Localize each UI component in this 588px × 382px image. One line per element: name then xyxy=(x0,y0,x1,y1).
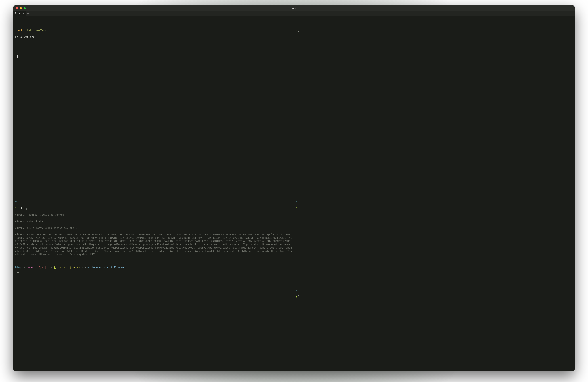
command-arg: blog xyxy=(21,207,27,210)
pane-bottom-right: ~ ❯ ~ ❯ xyxy=(294,193,575,371)
tab-bar: 1: zsh × + xyxy=(13,11,575,16)
command-output: hello WezTerm xyxy=(15,35,292,38)
text-cursor xyxy=(17,272,19,275)
zoom-window-button[interactable] xyxy=(23,7,26,9)
pane-bottom-left[interactable]: ~ ❯ z blog direnv: loading ~/dev/blog/.e… xyxy=(13,193,294,371)
text-cursor xyxy=(17,55,18,58)
text-cursor xyxy=(298,295,299,298)
text-cursor xyxy=(298,207,299,210)
command-name: echo xyxy=(18,29,24,32)
prompt-char: ❯ xyxy=(15,55,17,58)
cwd-tilde: ~ xyxy=(296,200,297,203)
terminal-window: zsh 1: zsh × + ~ ❯ echo 'hello WezTerm' … xyxy=(13,5,575,371)
minimize-window-button[interactable] xyxy=(20,7,22,9)
text-cursor xyxy=(298,29,299,32)
prompt-char: ❯ xyxy=(296,296,297,298)
pane-top-right[interactable]: ~ ❯ xyxy=(294,16,575,193)
window-title: zsh xyxy=(13,7,575,10)
cwd-tilde: ~ xyxy=(15,200,17,203)
direnv-output: direnv: nix-direnv: Using cached dev she… xyxy=(15,226,292,229)
prompt-char: ❯ xyxy=(15,207,17,210)
cwd-tilde: ~ xyxy=(15,49,17,52)
command-name: z xyxy=(18,207,20,210)
prompt-char: ❯ xyxy=(15,29,17,32)
new-tab-button[interactable]: + xyxy=(26,11,30,16)
close-window-button[interactable] xyxy=(16,7,18,9)
prompt-char: ❯ xyxy=(15,273,17,275)
pane-bottom-right-lower[interactable]: ~ ❯ xyxy=(294,282,575,371)
pane-bottom-right-upper[interactable]: ~ ❯ xyxy=(294,193,575,282)
pane-grid: ~ ❯ echo 'hello WezTerm' hello WezTerm ~… xyxy=(13,16,575,371)
python-icon: 🐍 xyxy=(53,266,57,269)
nix-icon: ❄ xyxy=(87,266,89,269)
cwd-tilde: ~ xyxy=(296,289,297,292)
pane-top-left[interactable]: ~ ❯ echo 'hello WezTerm' hello WezTerm ~… xyxy=(13,16,294,193)
traffic-lights xyxy=(13,7,26,9)
cwd-tilde: ~ xyxy=(15,22,17,25)
direnv-output: direnv: using flake . xyxy=(15,220,292,223)
titlebar: zsh xyxy=(13,5,575,11)
direnv-output: direnv: loading ~/dev/blog/.envrc xyxy=(15,213,292,216)
tab-label: 1: zsh xyxy=(15,12,21,15)
git-branch-icon: ⎇ xyxy=(27,266,30,269)
command-arg: 'hello WezTerm' xyxy=(25,29,48,32)
prompt-char: ❯ xyxy=(296,207,297,210)
direnv-output: direnv: export +AR +AS +CC +CONFIG_SHELL… xyxy=(15,233,292,256)
cwd-tilde: ~ xyxy=(296,22,297,25)
status-prompt: blog on ⎇ main [✗!?] via 🐍 v3.11.9 (.ven… xyxy=(15,266,292,269)
close-tab-icon[interactable]: × xyxy=(22,12,24,15)
tab-zsh[interactable]: 1: zsh × xyxy=(13,11,26,16)
prompt-char: ❯ xyxy=(296,29,297,32)
